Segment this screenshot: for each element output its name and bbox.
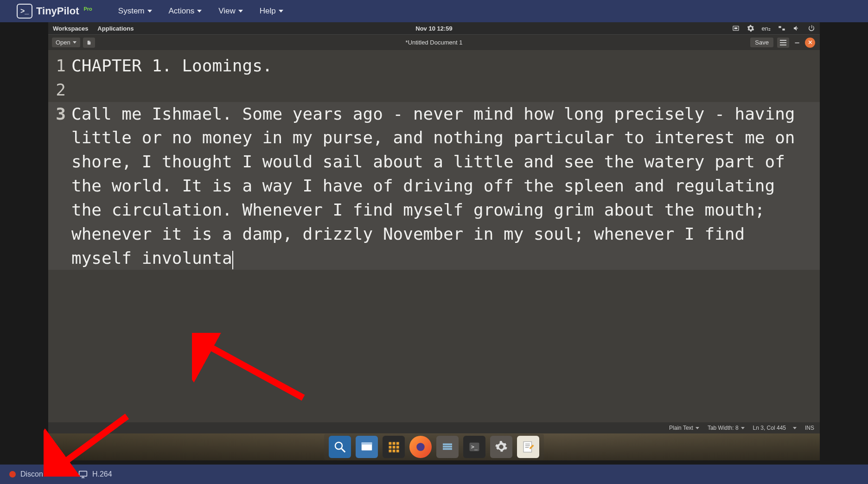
caret-down-icon <box>197 10 202 13</box>
dock-files-icon[interactable] <box>436 436 459 458</box>
line-number: 2 <box>48 78 71 102</box>
caret-down-icon <box>741 427 745 429</box>
svg-point-4 <box>335 442 342 449</box>
codec-status: H.264 <box>78 470 112 479</box>
tinypilot-top-bar: >_ TinyPilot Pro System Actions View Hel… <box>0 0 868 22</box>
caret-down-icon <box>73 41 77 44</box>
insert-mode[interactable]: INS <box>805 425 814 431</box>
document-title: *Untitled Document 1 <box>406 39 463 46</box>
gear-icon[interactable] <box>747 25 754 32</box>
svg-rect-1 <box>734 27 737 29</box>
connection-status: Disconnected <box>9 470 65 478</box>
svg-rect-8 <box>389 442 392 445</box>
menu-help[interactable]: Help <box>260 6 283 16</box>
svg-rect-3 <box>782 29 785 31</box>
caret-down-icon <box>696 427 699 429</box>
editor-line-current[interactable]: 3 Call me Ishmael. Some years ago - neve… <box>48 102 820 270</box>
svg-rect-20 <box>443 448 452 450</box>
status-dot-icon <box>9 471 16 478</box>
remote-screen[interactable]: Workspaces Applications Nov 10 12:59 en₂… <box>48 22 820 460</box>
brand-text: TinyPilot <box>36 5 79 17</box>
editor-titlebar: Open *Untitled Document 1 Save ‒ ✕ <box>48 34 820 50</box>
new-document-button[interactable] <box>83 38 95 48</box>
svg-line-5 <box>342 449 345 452</box>
svg-rect-11 <box>389 446 392 449</box>
svg-rect-19 <box>443 446 452 448</box>
save-button[interactable]: Save <box>750 38 773 47</box>
tinypilot-logo: >_ TinyPilot Pro <box>17 4 92 19</box>
gnome-top-bar: Workspaces Applications Nov 10 12:59 en₂ <box>48 22 820 34</box>
svg-rect-7 <box>362 442 372 445</box>
editor-status-bar: Plain Text Tab Width: 8 Ln 3, Col 445 IN… <box>48 422 820 433</box>
gnome-workspaces[interactable]: Workspaces <box>53 25 88 32</box>
caret-down-icon <box>793 427 797 429</box>
pro-badge: Pro <box>84 6 92 12</box>
svg-rect-10 <box>396 442 399 445</box>
line-number: 3 <box>48 102 71 126</box>
minimize-button[interactable]: ‒ <box>793 38 801 47</box>
menu-view[interactable]: View <box>218 6 243 16</box>
editor-body[interactable]: 1 CHAPTER 1. Loomings. 2 3 Call me Ishma… <box>48 50 820 422</box>
close-button[interactable]: ✕ <box>805 38 815 48</box>
svg-rect-9 <box>393 442 396 445</box>
dock-window-icon[interactable] <box>356 436 378 458</box>
caret-down-icon <box>238 10 243 13</box>
caret-down-icon <box>279 10 283 13</box>
svg-point-17 <box>416 443 425 451</box>
svg-rect-16 <box>396 450 399 452</box>
line-text[interactable]: CHAPTER 1. Loomings. <box>71 54 820 78</box>
dock-firefox-icon[interactable] <box>409 436 432 458</box>
power-icon[interactable] <box>808 25 815 32</box>
syntax-mode[interactable]: Plain Text <box>669 425 699 431</box>
dock-settings-icon[interactable] <box>490 436 512 458</box>
dock-apps-icon[interactable] <box>383 436 405 458</box>
gnome-clock[interactable]: Nov 10 12:59 <box>415 25 453 32</box>
dock-background: >_ <box>48 433 820 460</box>
menu-system[interactable]: System <box>118 6 152 16</box>
tinypilot-logo-icon: >_ <box>17 4 32 19</box>
line-text[interactable]: Call me Ishmael. Some years ago - never … <box>71 102 820 270</box>
menu-actions[interactable]: Actions <box>169 6 202 16</box>
svg-text:>_: >_ <box>471 444 478 450</box>
desktop-switch-icon[interactable] <box>778 25 785 32</box>
line-number: 1 <box>48 54 71 78</box>
text-cursor <box>232 251 233 269</box>
hamburger-menu-button[interactable] <box>777 38 789 48</box>
gnome-applications[interactable]: Applications <box>97 25 134 32</box>
gnome-lang[interactable]: en₂ <box>762 25 771 32</box>
cursor-position[interactable]: Ln 3, Col 445 <box>753 425 797 431</box>
svg-rect-12 <box>393 446 396 449</box>
svg-rect-23 <box>523 442 532 452</box>
volume-icon[interactable] <box>793 25 800 32</box>
dock-text-editor-icon[interactable] <box>517 436 539 458</box>
svg-rect-29 <box>79 471 87 476</box>
dock: >_ <box>324 434 544 460</box>
dock-terminal-icon[interactable]: >_ <box>463 436 485 458</box>
svg-rect-18 <box>443 444 452 446</box>
svg-rect-14 <box>389 450 392 452</box>
tinypilot-menus: System Actions View Help <box>118 6 283 16</box>
caret-down-icon <box>147 10 152 13</box>
svg-rect-2 <box>779 26 781 28</box>
svg-rect-13 <box>396 446 399 449</box>
remote-viewport: Workspaces Applications Nov 10 12:59 en₂… <box>0 22 868 465</box>
svg-rect-15 <box>393 450 396 452</box>
tinypilot-status-bar: Disconnected H.264 <box>0 465 868 484</box>
editor-line[interactable]: 2 <box>48 78 820 102</box>
monitor-icon <box>78 470 88 479</box>
editor-line[interactable]: 1 CHAPTER 1. Loomings. <box>48 54 820 78</box>
screenshot-icon[interactable] <box>732 25 740 32</box>
dock-finder-icon[interactable] <box>329 436 351 458</box>
open-button[interactable]: Open <box>52 38 80 47</box>
tab-width[interactable]: Tab Width: 8 <box>708 425 745 431</box>
